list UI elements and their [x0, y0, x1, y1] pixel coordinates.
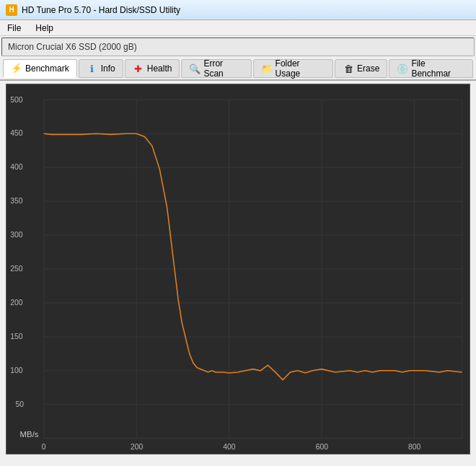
svg-text:400: 400 [223, 441, 235, 450]
tab-folder-usage[interactable]: 📁 Folder Usage [253, 59, 333, 78]
svg-text:200: 200 [131, 441, 143, 450]
svg-text:450: 450 [10, 128, 22, 137]
tab-health-label: Health [147, 63, 172, 74]
svg-text:150: 150 [10, 332, 22, 340]
menu-file[interactable]: File [3, 22, 25, 35]
file-benchmark-icon: 💿 [397, 63, 408, 74]
svg-text:MB/s: MB/s [20, 429, 39, 438]
tab-folder-usage-label: Folder Usage [276, 58, 325, 79]
tab-file-benchmark-label: File Benchmar [411, 58, 465, 79]
window-title: HD Tune Pro 5.70 - Hard Disk/SSD Utility [22, 5, 180, 15]
svg-text:600: 600 [316, 441, 328, 450]
svg-text:800: 800 [408, 441, 420, 450]
svg-text:0: 0 [42, 441, 46, 450]
tab-error-scan[interactable]: 🔍 Error Scan [181, 59, 251, 78]
device-selector[interactable]: Micron Crucial X6 SSD (2000 gB) [1, 38, 475, 56]
chart-container: 500 450 400 350 300 250 200 150 100 50 M… [0, 81, 476, 460]
tab-info-label: Info [101, 63, 115, 74]
tab-health[interactable]: ✚ Health [125, 59, 180, 78]
erase-icon: 🗑 [343, 63, 354, 74]
menu-bar: File Help [0, 20, 476, 36]
error-scan-icon: 🔍 [189, 63, 200, 74]
svg-text:250: 250 [10, 264, 22, 273]
tab-error-scan-label: Error Scan [203, 58, 243, 79]
tab-file-benchmark[interactable]: 💿 File Benchmar [389, 59, 473, 78]
menu-help[interactable]: Help [31, 22, 58, 35]
app-icon: H [6, 4, 17, 16]
device-label: Micron Crucial X6 SSD (2000 gB) [8, 42, 137, 52]
tab-benchmark[interactable]: ⚡ Benchmark [3, 59, 77, 78]
svg-text:100: 100 [10, 366, 22, 374]
tab-benchmark-label: Benchmark [25, 63, 69, 74]
tab-erase[interactable]: 🗑 Erase [335, 59, 387, 78]
folder-usage-icon: 📁 [261, 63, 273, 74]
benchmark-icon: ⚡ [11, 63, 22, 74]
benchmark-chart: 500 450 400 350 300 250 200 150 100 50 M… [6, 84, 470, 454]
tab-info[interactable]: ℹ Info [79, 59, 123, 78]
svg-text:350: 350 [10, 196, 22, 205]
info-icon: ℹ [87, 63, 98, 74]
svg-text:500: 500 [10, 94, 22, 103]
svg-text:200: 200 [10, 298, 22, 307]
svg-text:400: 400 [10, 162, 22, 171]
tab-erase-label: Erase [357, 63, 379, 74]
title-bar: H HD Tune Pro 5.70 - Hard Disk/SSD Utili… [0, 0, 476, 20]
tabs-bar: ⚡ Benchmark ℹ Info ✚ Health 🔍 Error Scan… [0, 58, 476, 81]
chart-svg: 500 450 400 350 300 250 200 150 100 50 M… [6, 84, 470, 454]
svg-text:300: 300 [10, 230, 22, 239]
svg-text:50: 50 [15, 400, 24, 408]
health-icon: ✚ [133, 63, 144, 74]
